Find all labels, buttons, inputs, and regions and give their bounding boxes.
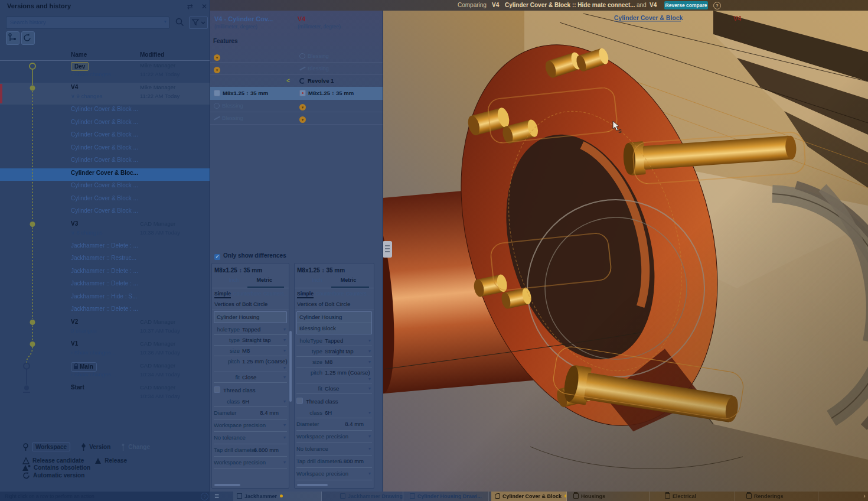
version-row[interactable]: V3∨ 8 changesCAD Manager10:38 AM Today bbox=[0, 219, 210, 241]
change-row[interactable]: Jackhammer :: Restruc... bbox=[0, 253, 210, 266]
field-size[interactable]: sizeM8▾ bbox=[296, 357, 372, 367]
change-row[interactable]: Cylinder Cover & Block ... bbox=[0, 105, 210, 118]
field-diameter[interactable]: Diameter8.4 mm bbox=[214, 407, 287, 419]
field-type[interactable]: typeStraight tap▾ bbox=[214, 335, 287, 346]
change-row[interactable]: Cylinder Cover & Block ... bbox=[0, 194, 210, 207]
field-tap-drill-diameter[interactable]: Tap drill diameter6.800 mm bbox=[214, 444, 287, 457]
field-workspace-precision[interactable]: Workspace precision▾ bbox=[296, 468, 372, 480]
scope-item[interactable]: Blessing Block bbox=[297, 323, 371, 334]
checkbox-checked-icon[interactable]: ✓ bbox=[214, 254, 220, 260]
tab-housings[interactable]: Housings bbox=[570, 492, 650, 501]
only-show-differences-checkbox[interactable]: ✓Only show differences bbox=[214, 252, 286, 260]
field-class[interactable]: class6H▾ bbox=[214, 396, 287, 407]
tab-cylinder-housing-drawi-[interactable]: Cylinder Housing Drawi... bbox=[406, 492, 489, 501]
viewport-doc-label[interactable]: Cylinder Cover & Block bbox=[614, 14, 683, 21]
field-fit[interactable]: fitClose▾ bbox=[296, 383, 372, 394]
tab-electrical[interactable]: Electrical bbox=[661, 492, 735, 501]
field-diameter[interactable]: Diameter8.4 mm bbox=[296, 418, 372, 431]
row-sub[interactable]: › Show changes... bbox=[71, 71, 116, 77]
scope-item[interactable]: Cylinder Housing bbox=[214, 312, 286, 323]
feature-compare-row[interactable]: Blessing▾ bbox=[210, 112, 383, 125]
change-row[interactable]: Jackhammer :: Hide : S... bbox=[0, 292, 210, 305]
version-row[interactable]: V1› Show changes...CAD Manager10:36 AM T… bbox=[0, 339, 210, 361]
version-row[interactable]: StartCAD Manager10:34 AM Today bbox=[0, 383, 210, 405]
thread-class-checkbox[interactable]: Thread class bbox=[296, 396, 372, 408]
field-no-tolerance[interactable]: No tolerance▾ bbox=[214, 432, 287, 444]
card-vertical-scrollbar[interactable] bbox=[289, 331, 292, 402]
merge-scope-list[interactable]: Cylinder Housing bbox=[214, 311, 287, 323]
feature-compare-row[interactable]: M8x1.25 ↕ 35 mmM8x1.25 ↕ 35 mm bbox=[210, 87, 383, 100]
tab-jackhammer[interactable]: Jackhammer bbox=[233, 492, 322, 501]
thread-class-checkbox[interactable]: Thread class bbox=[214, 385, 287, 396]
row-sub[interactable]: 0 changes bbox=[71, 327, 97, 334]
change-row[interactable]: Cylinder Cover & Block ... bbox=[0, 155, 210, 168]
workspace-badge[interactable]: Dev bbox=[71, 62, 89, 71]
field-workspace-precision[interactable]: Workspace precision▾ bbox=[214, 457, 287, 469]
tab-renderings[interactable]: Renderings bbox=[743, 492, 818, 501]
change-row[interactable]: Cylinder Cover & Block ... bbox=[0, 130, 210, 143]
reverse-compare-button[interactable]: Reverse compare bbox=[664, 1, 708, 9]
3d-viewport[interactable]: Cylinder Cover & Block V4 S bbox=[383, 11, 868, 492]
row-sub[interactable]: ∨ 9 changes bbox=[71, 93, 102, 99]
merge-scope-list[interactable]: Cylinder HousingBlessing Block bbox=[296, 311, 372, 334]
version-row[interactable]: Main› Show changes...CAD Manager10:34 AM… bbox=[0, 361, 210, 383]
version-row[interactable]: V4∨ 9 changesMike Manager11:22 AM Today bbox=[0, 83, 210, 105]
row-sub[interactable]: ∨ 8 changes bbox=[71, 229, 102, 236]
search-dropdown-caret-icon[interactable]: ▾ bbox=[164, 19, 167, 24]
help-icon[interactable]: ? bbox=[713, 2, 721, 9]
close-icon[interactable]: ✕ bbox=[200, 2, 209, 11]
field-no-tolerance[interactable]: No tolerance▾ bbox=[296, 443, 372, 456]
version-row[interactable]: V20 changesCAD Manager10:37 AM Today bbox=[0, 317, 210, 339]
field-type[interactable]: typeStraight tap▾ bbox=[296, 346, 372, 357]
status-help-icon[interactable]: ? bbox=[201, 493, 208, 500]
search-icon[interactable] bbox=[173, 17, 186, 28]
change-row[interactable]: Cylinder Cover & Block ... bbox=[0, 143, 210, 156]
feature-compare-row[interactable]: ▾Blessing bbox=[210, 50, 383, 63]
main-branch-badge[interactable]: Main bbox=[71, 362, 97, 372]
filter-button[interactable] bbox=[189, 17, 208, 29]
search-input[interactable]: Search history ▾ bbox=[6, 17, 169, 29]
compare-left-title[interactable]: V4 - Cylinder Cov... bbox=[214, 15, 273, 22]
hole-type-segments[interactable]: SimpleCounterboreCounters... bbox=[212, 288, 289, 299]
row-sub[interactable]: › Show changes... bbox=[71, 349, 116, 356]
change-row[interactable]: Cylinder Cover & Block ... bbox=[0, 206, 210, 219]
field-holetype[interactable]: holeTypeTapped▾ bbox=[296, 336, 372, 346]
change-row[interactable]: Jackhammer :: Delete : ... bbox=[0, 241, 210, 254]
compare-mode-icon[interactable]: ⇄ bbox=[185, 2, 195, 11]
feature-compare-row[interactable]: Blessing▾ bbox=[210, 99, 383, 112]
field-size[interactable]: sizeM8▾ bbox=[214, 346, 287, 356]
feature-compare-row[interactable]: ▾Blessing bbox=[210, 62, 383, 75]
change-row[interactable]: Cylinder Cover & Block ... bbox=[0, 118, 210, 131]
row-sub[interactable]: › Show changes... bbox=[71, 371, 116, 378]
tab-metric[interactable]: Metric bbox=[341, 277, 357, 283]
change-row[interactable]: Jackhammer :: Delete : ... bbox=[0, 266, 210, 279]
restore-version-button[interactable] bbox=[21, 31, 35, 45]
card-horizontal-scrollbar[interactable] bbox=[297, 484, 328, 486]
branch-graph-toggle-button[interactable] bbox=[6, 31, 19, 45]
panel-collapse-handle[interactable] bbox=[383, 241, 392, 258]
field-workspace-precision[interactable]: Workspace precision▾ bbox=[214, 419, 287, 432]
card-horizontal-scrollbar[interactable] bbox=[214, 484, 240, 486]
field-pitch[interactable]: pitch1.25 mm (Coarse)▾ bbox=[296, 367, 372, 383]
change-row[interactable]: Jackhammer :: Delete : ... bbox=[0, 304, 210, 317]
tab-inch[interactable]: Inch bbox=[312, 277, 322, 283]
change-row[interactable]: Cylinder Cover & Block ... bbox=[0, 181, 210, 194]
field-class[interactable]: class6H▾ bbox=[296, 408, 372, 418]
tab-inch[interactable]: Inch bbox=[229, 277, 239, 283]
tab-scroll-right-icon[interactable]: › bbox=[863, 492, 866, 499]
field-pitch[interactable]: pitch1.25 mm (Coarse)▾ bbox=[214, 356, 287, 372]
tab-jackhammer-drawing-1[interactable]: Jackhammer Drawing 1 bbox=[337, 492, 403, 501]
tab-metric[interactable]: Metric bbox=[256, 277, 272, 283]
scope-item[interactable]: Cylinder Housing bbox=[297, 312, 371, 323]
field-tap-drill-diameter[interactable]: Tap drill diameter6.800 mm bbox=[296, 456, 372, 468]
field-fit[interactable]: fitClose▾ bbox=[214, 372, 287, 383]
change-row[interactable]: Cylinder Cover & Bloc... bbox=[0, 168, 210, 181]
field-workspace-precision[interactable]: Workspace precision▾ bbox=[296, 431, 372, 443]
field-holetype[interactable]: holeTypeTapped▾ bbox=[214, 324, 287, 335]
feature-compare-row[interactable]: <Revolve 1 bbox=[210, 74, 383, 87]
tab-manager-icon[interactable]: ☰ bbox=[213, 493, 220, 500]
tab-cylinder-cover-block[interactable]: Cylinder Cover & Block bbox=[491, 492, 567, 501]
version-row[interactable]: Dev› Show changes...Mike Manager11:22 AM… bbox=[0, 61, 210, 83]
change-row[interactable]: Jackhammer :: Delete : ... bbox=[0, 279, 210, 292]
hole-type-segments[interactable]: SimpleCounterboreCounters... bbox=[295, 288, 374, 299]
